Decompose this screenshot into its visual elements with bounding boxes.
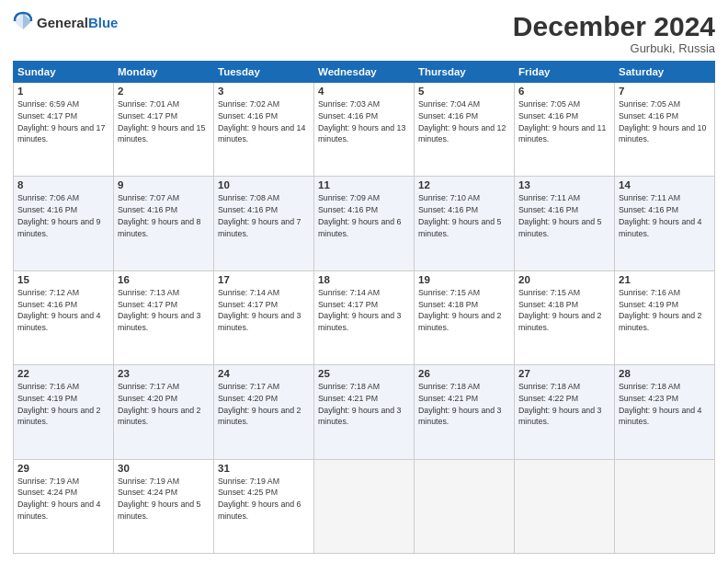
day-number: 20 [518,274,610,285]
table-row [314,459,415,553]
table-row: 31Sunrise: 7:19 AMSunset: 4:25 PMDayligh… [214,459,314,553]
day-number: 5 [418,86,510,97]
day-number: 26 [418,368,510,379]
table-row: 12Sunrise: 7:10 AMSunset: 4:16 PMDayligh… [415,177,515,270]
day-info: Sunrise: 7:09 AMSunset: 4:16 PMDaylight:… [318,192,410,239]
table-row: 7Sunrise: 7:05 AMSunset: 4:16 PMDaylight… [615,83,715,177]
day-info: Sunrise: 7:05 AMSunset: 4:16 PMDaylight:… [518,98,610,145]
page: GeneralBlue December 2024 Gurbuki, Russi… [0,0,728,563]
day-number: 18 [318,274,410,285]
table-row: 2Sunrise: 7:01 AMSunset: 4:17 PMDaylight… [114,83,214,177]
header-row: Sunday Monday Tuesday Wednesday Thursday… [14,62,715,83]
day-info: Sunrise: 7:07 AMSunset: 4:16 PMDaylight:… [118,192,210,239]
day-number: 22 [17,368,109,379]
day-number: 8 [17,179,109,190]
day-number: 9 [118,179,210,190]
col-friday: Friday [515,62,615,83]
day-info: Sunrise: 6:59 AMSunset: 4:17 PMDaylight:… [17,98,109,145]
day-number: 17 [218,274,310,285]
table-row: 28Sunrise: 7:18 AMSunset: 4:23 PMDayligh… [615,365,715,459]
logo-icon [13,11,33,35]
top-row: GeneralBlue December 2024 Gurbuki, Russi… [13,11,715,55]
day-number: 10 [218,179,310,190]
day-number: 19 [418,274,510,285]
day-number: 27 [518,368,610,379]
day-number: 4 [318,86,410,97]
day-number: 28 [619,368,711,379]
day-info: Sunrise: 7:19 AMSunset: 4:24 PMDaylight:… [17,476,109,523]
day-number: 15 [17,274,109,285]
title-block: December 2024 Gurbuki, Russia [513,11,715,55]
logo-blue: Blue [88,15,119,30]
day-info: Sunrise: 7:17 AMSunset: 4:20 PMDaylight:… [218,381,310,428]
day-number: 29 [17,463,109,474]
table-row: 17Sunrise: 7:14 AMSunset: 4:17 PMDayligh… [214,270,314,364]
col-saturday: Saturday [615,62,715,83]
table-row: 3Sunrise: 7:02 AMSunset: 4:16 PMDaylight… [214,83,314,177]
day-info: Sunrise: 7:18 AMSunset: 4:21 PMDaylight:… [318,381,410,428]
day-number: 31 [218,463,310,474]
table-row: 20Sunrise: 7:15 AMSunset: 4:18 PMDayligh… [515,270,615,364]
day-info: Sunrise: 7:19 AMSunset: 4:24 PMDaylight:… [118,476,210,523]
logo-general: General [37,15,88,30]
calendar-table: Sunday Monday Tuesday Wednesday Thursday… [13,61,715,554]
table-row: 23Sunrise: 7:17 AMSunset: 4:20 PMDayligh… [114,365,214,459]
day-number: 3 [218,86,310,97]
day-number: 30 [118,463,210,474]
day-info: Sunrise: 7:13 AMSunset: 4:17 PMDaylight:… [118,287,210,334]
day-number: 24 [218,368,310,379]
day-info: Sunrise: 7:19 AMSunset: 4:25 PMDaylight:… [218,476,310,523]
day-number: 1 [17,86,109,97]
day-info: Sunrise: 7:04 AMSunset: 4:16 PMDaylight:… [418,98,510,145]
day-info: Sunrise: 7:11 AMSunset: 4:16 PMDaylight:… [619,192,711,239]
week-row-3: 15Sunrise: 7:12 AMSunset: 4:16 PMDayligh… [14,270,715,364]
table-row: 10Sunrise: 7:08 AMSunset: 4:16 PMDayligh… [214,177,314,270]
day-info: Sunrise: 7:10 AMSunset: 4:16 PMDaylight:… [418,192,510,239]
col-tuesday: Tuesday [214,62,314,83]
day-info: Sunrise: 7:12 AMSunset: 4:16 PMDaylight:… [17,287,109,334]
day-number: 7 [619,86,711,97]
day-info: Sunrise: 7:11 AMSunset: 4:16 PMDaylight:… [518,192,610,239]
day-info: Sunrise: 7:17 AMSunset: 4:20 PMDaylight:… [118,381,210,428]
table-row: 1Sunrise: 6:59 AMSunset: 4:17 PMDaylight… [14,83,114,177]
day-number: 12 [418,179,510,190]
day-info: Sunrise: 7:01 AMSunset: 4:17 PMDaylight:… [118,98,210,145]
day-info: Sunrise: 7:18 AMSunset: 4:23 PMDaylight:… [619,381,711,428]
day-info: Sunrise: 7:03 AMSunset: 4:16 PMDaylight:… [318,98,410,145]
table-row: 13Sunrise: 7:11 AMSunset: 4:16 PMDayligh… [515,177,615,270]
day-info: Sunrise: 7:14 AMSunset: 4:17 PMDaylight:… [318,287,410,334]
day-number: 25 [318,368,410,379]
day-number: 6 [518,86,610,97]
table-row: 11Sunrise: 7:09 AMSunset: 4:16 PMDayligh… [314,177,415,270]
day-number: 14 [619,179,711,190]
logo-text: GeneralBlue [37,15,118,31]
location: Gurbuki, Russia [513,41,715,55]
col-wednesday: Wednesday [314,62,415,83]
table-row: 9Sunrise: 7:07 AMSunset: 4:16 PMDaylight… [114,177,214,270]
table-row [415,459,515,553]
day-info: Sunrise: 7:05 AMSunset: 4:16 PMDaylight:… [619,98,711,145]
table-row: 19Sunrise: 7:15 AMSunset: 4:18 PMDayligh… [415,270,515,364]
day-number: 21 [619,274,711,285]
table-row: 18Sunrise: 7:14 AMSunset: 4:17 PMDayligh… [314,270,415,364]
day-number: 23 [118,368,210,379]
week-row-1: 1Sunrise: 6:59 AMSunset: 4:17 PMDaylight… [14,83,715,177]
day-info: Sunrise: 7:18 AMSunset: 4:22 PMDaylight:… [518,381,610,428]
day-number: 13 [518,179,610,190]
day-info: Sunrise: 7:15 AMSunset: 4:18 PMDaylight:… [418,287,510,334]
col-monday: Monday [114,62,214,83]
table-row: 27Sunrise: 7:18 AMSunset: 4:22 PMDayligh… [515,365,615,459]
day-info: Sunrise: 7:16 AMSunset: 4:19 PMDaylight:… [17,381,109,428]
day-number: 2 [118,86,210,97]
table-row: 25Sunrise: 7:18 AMSunset: 4:21 PMDayligh… [314,365,415,459]
day-info: Sunrise: 7:02 AMSunset: 4:16 PMDaylight:… [218,98,310,145]
col-thursday: Thursday [415,62,515,83]
table-row: 30Sunrise: 7:19 AMSunset: 4:24 PMDayligh… [114,459,214,553]
table-row: 4Sunrise: 7:03 AMSunset: 4:16 PMDaylight… [314,83,415,177]
day-info: Sunrise: 7:18 AMSunset: 4:21 PMDaylight:… [418,381,510,428]
week-row-2: 8Sunrise: 7:06 AMSunset: 4:16 PMDaylight… [14,177,715,270]
table-row [515,459,615,553]
col-sunday: Sunday [14,62,114,83]
table-row: 6Sunrise: 7:05 AMSunset: 4:16 PMDaylight… [515,83,615,177]
day-info: Sunrise: 7:16 AMSunset: 4:19 PMDaylight:… [619,287,711,334]
